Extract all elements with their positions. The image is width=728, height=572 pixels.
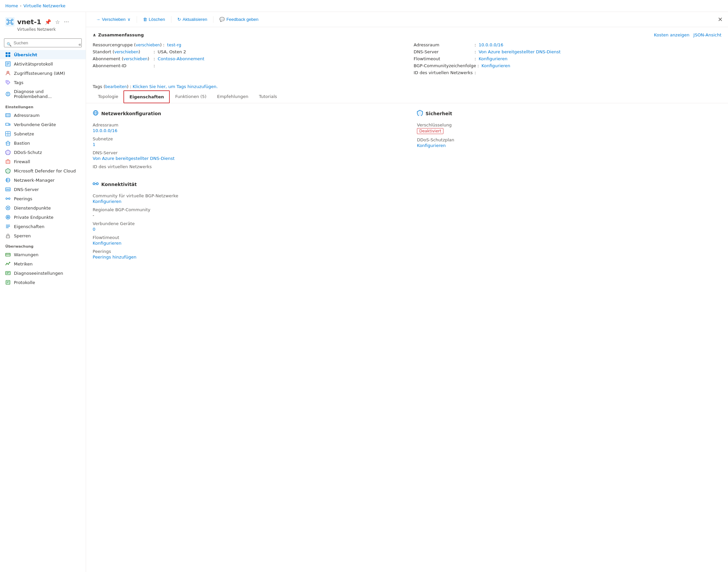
prop-value-subnetze[interactable]: 1 [93,142,95,147]
feedback-button[interactable]: 💬 Feedback geben [216,15,262,23]
prop-value-ddos-plan[interactable]: Konfigurieren [417,143,446,148]
value-bgp[interactable]: Konfigurieren [481,63,510,68]
sidebar-item-zugriffssteuerung[interactable]: Zugriffssteuerung (IAM) [0,69,86,78]
section-netzwerkkonfiguration: Netzwerkkonfiguration Adressraum 10.0.0.… [93,110,397,171]
label-ressourcengruppe: Ressourcengruppe (verschieben) [93,43,161,47]
tab-topologie[interactable]: Topologie [93,91,124,103]
sidebar-item-protokolle[interactable]: Protokolle [0,278,86,287]
sidebar-label-diagnose: Diagnose und Problembehand... [14,89,80,99]
summary-row-flowtimeout: Flowtimeout : Konfigurieren [414,55,721,62]
verschieben-icon: → [96,17,100,22]
sidebar-item-sperren[interactable]: Sperren [0,231,86,240]
summary-title: ∧ Zusammenfassung [93,32,144,38]
sidebar-item-dienstendpunkte[interactable]: Dienstendpunkte [0,203,86,213]
value-adressraum[interactable]: 10.0.0.0/16 [479,43,503,47]
svg-rect-0 [5,17,15,26]
value-abonnement[interactable]: Contoso-Abonnement [158,56,204,61]
label-abonnement: Abonnement (verschieben) [93,56,152,61]
verschieben-button[interactable]: → Verschieben ∨ [93,15,134,23]
star-icon[interactable]: ☆ [55,18,61,26]
toolbar-divider-1 [137,16,137,23]
app-container: Home › Virtuelle Netzwerke [0,0,728,572]
sidebar-item-private-endpunkte[interactable]: Private Endpunkte [0,213,86,222]
sidebar-item-peerings[interactable]: Peerings [0,194,86,203]
search-input[interactable] [4,39,82,47]
sidebar-label-dienstendpunkte: Dienstendpunkte [14,206,51,211]
summary-grid: Ressourcengruppe (verschieben) : test-rg… [93,42,721,76]
sidebar-label-firewall: Firewall [14,159,30,164]
loeschen-button[interactable]: 🗑 Löschen [140,15,168,23]
aktualisieren-icon: ↻ [177,17,181,22]
breadcrumb-virtuelle[interactable]: Virtuelle Netzwerke [23,3,66,8]
connectivity-header: Konnektivität [93,181,721,188]
sidebar-item-netzwerk-manager[interactable]: Netzwerk-Manager [0,175,86,185]
label-vnet-id: ID des virtuellen Netzwerks [414,70,473,75]
sidebar-item-diagnose[interactable]: Diagnose und Problembehand... [0,87,86,101]
sidebar-subtitle: Virtuelles Netzwerk [5,27,80,32]
sidebar-item-subnetze[interactable]: Subnetze [0,129,86,138]
prop-label-ddos-plan: DDoS-Schutzplan [417,137,721,142]
tags-value[interactable]: Klicken Sie hier, um Tags hinzuzufügen. [133,84,218,89]
more-icon[interactable]: ··· [63,18,70,26]
vnet-icon [5,17,15,26]
tab-tutorials[interactable]: Tutorials [253,91,282,103]
sidebar-item-eigenschaften[interactable]: Eigenschaften [0,222,86,231]
svg-point-18 [7,71,9,73]
tab-eigenschaften[interactable]: Eigenschaften [124,90,170,103]
prop-value-adressraum[interactable]: 10.0.0.0/16 [93,128,117,133]
verschieben-link-standort[interactable]: verschieben [114,50,138,54]
sidebar-label-tags: Tags [14,80,23,85]
kosten-anzeigen-link[interactable]: Kosten anzeigen [654,32,689,38]
tags-icon [5,80,11,85]
svg-rect-11 [8,52,10,54]
section-label-einstellungen: Einstellungen [0,101,86,111]
prop-value-flowtimeout-config[interactable]: Konfigurieren [93,241,122,245]
svg-point-19 [7,81,8,82]
defender-icon [5,168,11,173]
sidebar-item-metriken[interactable]: Metriken [0,259,86,269]
sidebar-item-dns-server[interactable]: DNS DNS-Server [0,185,86,194]
prop-value-verbundene-geraete[interactable]: 0 [93,227,95,232]
sidebar-item-firewall[interactable]: Firewall [0,157,86,166]
prop-label-vnet-id: ID des virtuellen Netzwerks [93,164,397,169]
prop-value-bgp-community-config[interactable]: Konfigurieren [93,199,122,204]
value-ressourcengruppe[interactable]: test-rg [167,43,181,47]
sidebar-resource-title: vnet-1 📌 ☆ ··· [5,17,80,26]
summary-row-dns-server: DNS-Server : Von Azure bereitgestellter … [414,48,721,55]
prop-value-verschluesselung[interactable]: Deaktiviert [417,128,443,134]
sidebar-item-warnungen[interactable]: Warnungen [0,250,86,259]
sidebar-item-bastion[interactable]: Bastion [0,138,86,148]
sidebar-item-adressraum[interactable]: Adressraum [0,111,86,120]
json-ansicht-link[interactable]: JSON-Ansicht [694,32,721,38]
svg-rect-27 [9,124,10,126]
close-button[interactable]: ✕ [718,16,723,23]
tab-funktionen[interactable]: Funktionen (5) [170,91,212,103]
collapse-button[interactable]: « [78,42,81,47]
breadcrumb-home[interactable]: Home [5,3,18,8]
prop-value-peerings-add[interactable]: Peerings hinzufügen [93,255,136,260]
sidebar-item-verbundene-geraete[interactable]: Verbundene Geräte [0,120,86,129]
pin-icon[interactable]: 📌 [44,18,52,26]
sidebar-label-ddos: DDoS-Schutz [14,150,42,155]
svg-rect-31 [6,143,10,145]
value-flowtimeout[interactable]: Konfigurieren [479,56,507,61]
svg-rect-10 [6,52,8,54]
sidebar-item-diagnoseeinstellungen[interactable]: Diagnoseeinstellungen [0,269,86,278]
value-dns-server[interactable]: Von Azure bereitgestellter DNS-Dienst [479,49,561,54]
summary-row-abonnement: Abonnement (verschieben) : Contoso-Abonn… [93,55,400,62]
sidebar-item-ddos[interactable]: DDoS-Schutz [0,148,86,157]
verschieben-link-rg[interactable]: verschieben [136,43,160,47]
prop-value-dns[interactable]: Von Azure bereitgestellter DNS-Dienst [93,156,175,161]
sidebar-item-defender[interactable]: Microsoft Defender for Cloud [0,166,86,175]
aktualisieren-button[interactable]: ↻ Aktualisieren [174,15,211,23]
sidebar-item-tags[interactable]: Tags [0,78,86,87]
verschieben-link-abo[interactable]: verschieben [124,57,148,61]
tab-empfehlungen[interactable]: Empfehlungen [212,91,254,103]
sidebar-label-defender: Microsoft Defender for Cloud [14,168,76,173]
bastion-icon [5,140,11,146]
svg-rect-55 [6,280,10,284]
sidebar-item-uebersicht[interactable]: Übersicht [0,50,86,59]
tags-edit-link[interactable]: bearbeiten [105,84,127,89]
prop-label-peerings: Peerings [93,249,721,254]
sidebar-item-aktivitaetsprotokoll[interactable]: Aktivitätsprotokoll [0,59,86,69]
